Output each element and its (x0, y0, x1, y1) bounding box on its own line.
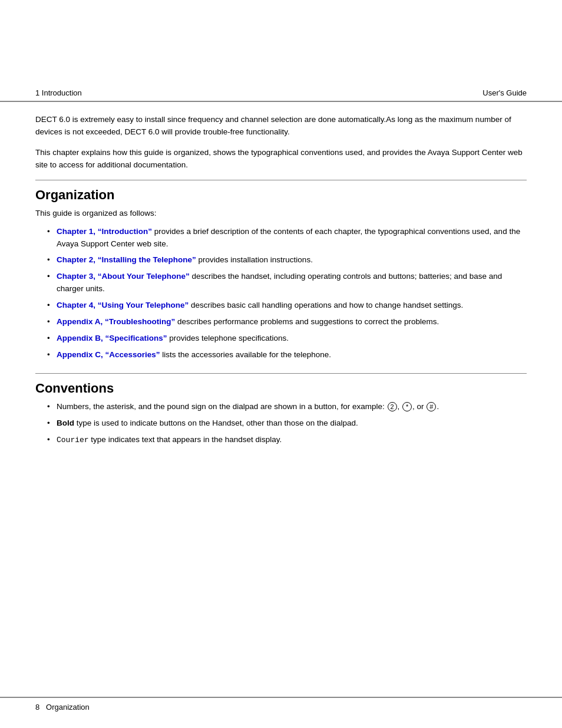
appendix-b-link[interactable]: Appendix B, “Specifications” (57, 334, 167, 342)
dialpad-prefix: Numbers, the asterisk, and the pound sig… (57, 402, 387, 411)
bold-label: Bold (57, 419, 74, 427)
page-footer: 8 Organization (0, 697, 562, 716)
conventions-heading: Conventions (35, 381, 527, 396)
courier-label: Courier (57, 436, 89, 444)
list-item: Appendix C, “Accessories” lists the acce… (47, 349, 527, 361)
appendix-b-text: provides telephone specifications. (167, 334, 289, 342)
header-left: 1 Introduction (35, 88, 82, 97)
chapter4-link[interactable]: Chapter 4, “Using Your Telephone” (57, 301, 189, 309)
chapter1-link[interactable]: Chapter 1, “Introduction” (57, 227, 152, 236)
dialpad-symbol-hash: # (427, 402, 436, 411)
appendix-c-text: lists the accessories available for the … (160, 350, 331, 359)
list-item: Chapter 2, “Installing the Telephone” pr… (47, 254, 527, 266)
courier-text-rest: type indicates text that appears in the … (89, 435, 282, 444)
intro-paragraph-1: DECT 6.0 is extremely easy to install si… (35, 114, 527, 139)
page-header: 1 Introduction User's Guide (0, 83, 562, 102)
chapter2-link[interactable]: Chapter 2, “Installing the Telephone” (57, 255, 196, 264)
chapter3-link[interactable]: Chapter 3, “About Your Telephone” (57, 272, 190, 281)
footer-page-number: 8 Organization (35, 703, 90, 711)
conventions-list: Numbers, the asterisk, and the pound sig… (35, 401, 527, 446)
dialpad-suffix: . (437, 402, 439, 411)
bold-text-rest: type is used to indicate buttons on the … (74, 419, 358, 427)
conventions-section: Conventions Numbers, the asterisk, and t… (35, 373, 527, 446)
chapter4-text: describes basic call handling operations… (189, 301, 463, 309)
list-item: Appendix B, “Specifications” provides te… (47, 332, 527, 345)
list-item: Chapter 1, “Introduction” provides a bri… (47, 226, 527, 251)
appendix-a-text: describes performance problems and sugge… (175, 317, 439, 326)
content-area: DECT 6.0 is extremely easy to install si… (0, 102, 562, 697)
list-item: Chapter 4, “Using Your Telephone” descri… (47, 299, 527, 312)
intro-paragraph-2: This chapter explains how this guide is … (35, 147, 527, 172)
organization-divider (35, 180, 527, 180)
convention-item-courier: Courier type indicates text that appears… (47, 434, 527, 446)
list-item: Appendix A, “Troubleshooting” describes … (47, 316, 527, 328)
organization-list: Chapter 1, “Introduction” provides a bri… (35, 226, 527, 361)
dialpad-symbol-2: 2 (388, 402, 397, 411)
appendix-c-link[interactable]: Appendix C, “Accessories” (57, 350, 160, 359)
conventions-divider (35, 373, 527, 374)
convention-item-bold: Bold type is used to indicate buttons on… (47, 417, 527, 430)
organization-intro: This guide is organized as follows: (35, 207, 527, 220)
list-item: Chapter 3, “About Your Telephone” descri… (47, 271, 527, 295)
appendix-a-link[interactable]: Appendix A, “Troubleshooting” (57, 317, 175, 326)
chapter2-text: provides installation instructions. (196, 255, 313, 264)
convention-item-dialpad: Numbers, the asterisk, and the pound sig… (47, 401, 527, 413)
dialpad-symbol-star: * (402, 402, 412, 411)
header-right: User's Guide (482, 88, 527, 97)
page-container: 1 Introduction User's Guide DECT 6.0 is … (0, 0, 562, 728)
organization-heading: Organization (35, 187, 527, 203)
